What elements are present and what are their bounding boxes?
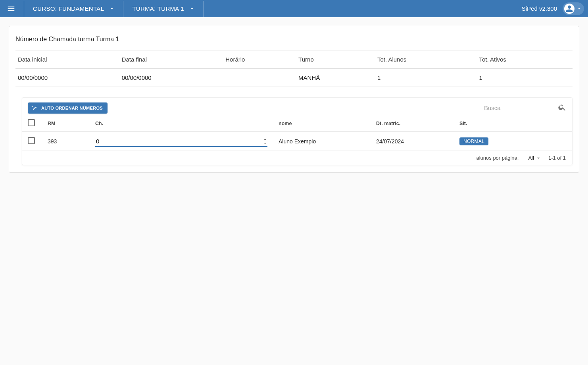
td-data-inicial: 00/00/0000: [15, 69, 119, 87]
td-data-final: 00/00/0000: [119, 69, 223, 87]
curso-selector[interactable]: CURSO: FUNDAMENTAL: [27, 0, 120, 17]
turma-selector[interactable]: TURMA: TURMA 1: [127, 0, 200, 17]
td-tot-alunos: 1: [375, 69, 477, 87]
number-stepper[interactable]: [263, 137, 267, 145]
students-toolbar: AUTO ORDENAR NÚMEROS: [22, 98, 572, 115]
chevron-down-icon: [263, 141, 267, 145]
auto-order-label: AUTO ORDENAR NÚMEROS: [41, 106, 103, 110]
cell-ch: [90, 132, 273, 151]
td-horario: [223, 69, 296, 87]
table-row: 393 Aluno Exemplo 24/07/2024: [22, 132, 572, 151]
version-label: SiPed v2.300: [522, 5, 557, 12]
chevron-up-icon: [263, 137, 267, 141]
th-rm[interactable]: RM: [42, 115, 90, 132]
curso-selector-label: CURSO: FUNDAMENTAL: [33, 5, 104, 12]
main-card: Número de Chamada turma Turma 1 Data ini…: [9, 26, 579, 173]
table-footer: alunos por página: All 1-1 of 1: [22, 151, 572, 165]
dropdown-icon: [577, 6, 582, 11]
cell-nome: Aluno Exemplo: [273, 132, 371, 151]
dropdown-icon: [190, 6, 194, 11]
th-sit[interactable]: Sit.: [454, 115, 572, 132]
search-input[interactable]: [483, 103, 567, 113]
students-card: AUTO ORDENAR NÚMEROS: [22, 97, 573, 165]
summary-table: Data inicial Data final Horário Turno To…: [15, 50, 573, 87]
auto-order-button[interactable]: AUTO ORDENAR NÚMEROS: [28, 102, 108, 114]
students-table: RM Ch. nome Dt. matric. Sit. 393: [22, 115, 572, 151]
hamburger-icon: [7, 4, 15, 13]
ch-input[interactable]: [95, 135, 267, 147]
status-badge: NORMAL: [459, 137, 488, 145]
th-tot-alunos: Tot. Alunos: [375, 50, 477, 69]
page-title: Número de Chamada turma Turma 1: [15, 33, 573, 50]
th-horario: Horário: [223, 50, 296, 69]
menu-button[interactable]: [4, 2, 18, 16]
search-wrap: [483, 103, 567, 113]
cell-rm: 393: [42, 132, 90, 151]
cell-sit: NORMAL: [454, 132, 572, 151]
dropdown-icon: [536, 155, 541, 161]
td-turno: MANHÃ: [296, 69, 375, 87]
row-checkbox[interactable]: [28, 137, 35, 144]
search-icon: [558, 103, 567, 113]
divider: [203, 1, 204, 17]
th-select-all: [22, 115, 42, 132]
rows-per-page-label: alunos por página:: [476, 155, 519, 161]
th-nome[interactable]: nome: [273, 115, 371, 132]
select-all-checkbox[interactable]: [28, 119, 35, 126]
cell-dt-matric: 24/07/2024: [371, 132, 454, 151]
pagination-range: 1-1 of 1: [548, 155, 566, 161]
divider: [24, 1, 24, 17]
rows-per-page-select[interactable]: All: [526, 155, 541, 161]
th-data-final: Data final: [119, 50, 223, 69]
th-tot-ativos: Tot. Ativos: [477, 50, 573, 69]
th-turno: Turno: [296, 50, 375, 69]
th-dt-matric[interactable]: Dt. matric.: [371, 115, 454, 132]
account-menu[interactable]: [563, 2, 584, 15]
th-ch[interactable]: Ch.: [90, 115, 273, 132]
summary-row: 00/00/0000 00/00/0000 MANHÃ 1 1: [15, 69, 573, 87]
divider: [123, 1, 123, 17]
app-bar: CURSO: FUNDAMENTAL TURMA: TURMA 1 SiPed …: [0, 0, 588, 17]
dropdown-icon: [110, 6, 114, 11]
td-tot-ativos: 1: [477, 69, 573, 87]
rows-per-page-value: All: [528, 155, 534, 161]
turma-selector-label: TURMA: TURMA 1: [132, 5, 184, 12]
th-data-inicial: Data inicial: [15, 50, 119, 69]
magic-wand-icon: [31, 105, 37, 111]
account-icon: [564, 4, 575, 14]
